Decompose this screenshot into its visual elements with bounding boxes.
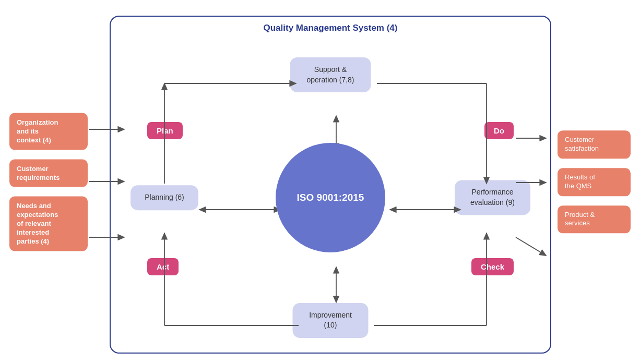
check-label-text: Check	[481, 262, 504, 271]
output-box-results-qms: Results ofthe QMS	[558, 168, 631, 196]
input-label-organization: Organizationand itscontext (4)	[17, 118, 58, 144]
input-label-customer-req: Customerrequirements	[17, 164, 60, 181]
act-label-text: Act	[157, 262, 169, 271]
qms-title: Quality Management System (4)	[264, 23, 398, 33]
box-improvement: Improvement(10)	[293, 303, 369, 338]
performance-label: Performanceevaluation (9)	[470, 188, 515, 207]
label-check: Check	[471, 258, 514, 275]
box-planning: Planning (6)	[131, 185, 198, 210]
right-outputs-group: Customersatisfaction Results ofthe QMS P…	[558, 130, 631, 233]
box-performance-evaluation: Performanceevaluation (9)	[455, 180, 530, 215]
improvement-label: Improvement(10)	[309, 311, 352, 330]
support-label: Support &operation (7,8)	[306, 65, 354, 84]
input-label-needs: Needs andexpectationsof relevantinterest…	[17, 202, 58, 245]
plan-label-text: Plan	[157, 126, 173, 135]
label-act: Act	[147, 258, 179, 275]
input-box-needs: Needs andexpectationsof relevantinterest…	[9, 197, 88, 251]
input-box-customer-req: Customerrequirements	[9, 159, 88, 187]
output-box-product-services: Product &services	[558, 205, 631, 234]
input-box-organization: Organizationand itscontext (4)	[9, 113, 88, 150]
iso-label: ISO 9001:2015	[297, 192, 364, 203]
output-label-results-qms: Results ofthe QMS	[565, 173, 595, 190]
center-circle-iso: ISO 9001:2015	[276, 143, 385, 252]
inner-layout: Support &operation (7,8) Planning (6) Pe…	[111, 43, 550, 353]
label-do: Do	[484, 122, 514, 139]
planning-label: Planning (6)	[145, 193, 184, 201]
output-label-product-services: Product &services	[565, 211, 595, 227]
output-box-customer-satisfaction: Customersatisfaction	[558, 130, 631, 159]
left-inputs-group: Organizationand itscontext (4) Customerr…	[9, 113, 88, 251]
box-support-operation: Support &operation (7,8)	[290, 57, 371, 92]
output-label-customer-satisfaction: Customersatisfaction	[565, 136, 599, 152]
label-plan: Plan	[147, 122, 183, 139]
do-label-text: Do	[494, 126, 504, 135]
qms-border-box: Quality Management System (4) Support &o…	[110, 16, 551, 354]
